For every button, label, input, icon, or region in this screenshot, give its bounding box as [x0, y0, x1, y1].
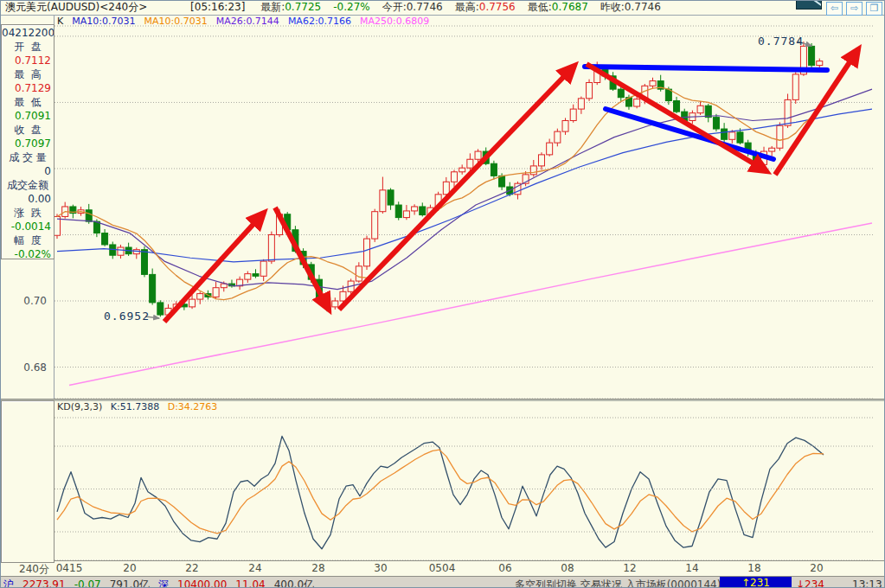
mouse-cursor-artifact — [796, 0, 822, 10]
quote-stat-value: 0 — [2, 165, 54, 177]
price-axis-label: 0.68 — [2, 361, 47, 374]
quote-stat-value: -0.02% — [2, 248, 54, 259]
quote-stat-value: 0.7129 — [2, 82, 54, 94]
index-quote-item: 深 — [158, 578, 169, 588]
x-axis-label: 08 — [561, 562, 574, 574]
moving-average-lines — [57, 87, 872, 385]
kd-header: KD(9,3,3) K:51.7388 D:34.2763 — [57, 401, 217, 412]
quote-stat-value: 0.00 — [2, 193, 54, 205]
x-axis-label: 30 — [374, 562, 387, 574]
ma-legend-item: MA250:0.6809 — [360, 16, 429, 27]
quote-info-panel: 04212200 开 盘0.7112最 高0.7129最 低0.7091收 盘0… — [1, 24, 55, 259]
x-axis-label: 06 — [498, 562, 511, 574]
bar-datetime: 04212200 — [2, 27, 54, 39]
window-nav-buttons: ⇦⇨❐ — [826, 2, 882, 15]
quote-stat-value: 0.7112 — [2, 54, 54, 67]
ma-legend-item: MA26:0.7144 — [216, 16, 279, 27]
instrument-title: 澳元美元(AUDUSD)<240分> — [5, 1, 147, 13]
index-quote-item: 791.0亿 — [110, 578, 150, 588]
quote-stat: 最 高0.7129 — [2, 67, 54, 94]
kd-name: KD(9,3,3) — [57, 401, 102, 412]
index-quote-item: -0.07 — [74, 578, 101, 588]
kd-d-value: D:34.2763 — [168, 401, 218, 412]
chart-canvas[interactable] — [0, 0, 885, 588]
time-axis[interactable]: 240分 041520222428300504060812141820 — [0, 561, 885, 575]
quote-field: 昨收:0.7746 — [600, 1, 661, 13]
period-label: 240分 — [0, 562, 49, 577]
price-axis-label: 0.70 — [2, 295, 47, 307]
x-axis-label: 0504 — [429, 562, 456, 574]
quote-field: -0.27% — [333, 1, 369, 13]
quote-stat-label: 最 低 — [2, 95, 54, 110]
x-axis-label: 14 — [685, 562, 698, 574]
quote-stat-label: 涨 跌 — [2, 206, 54, 220]
kd-k-value: K:51.7388 — [111, 401, 159, 412]
quote-fields: 最新:0.7725-0.27%今开:0.7746最高:0.7756最低:0.76… — [248, 1, 661, 13]
x-axis-label: 28 — [311, 562, 324, 574]
quote-field: 今开:0.7746 — [382, 1, 443, 13]
quote-stat: 涨 跌-0.0014 — [2, 206, 54, 233]
quote-stat: 幅 度-0.02% — [2, 233, 54, 259]
forward-button[interactable]: ⇨ — [846, 2, 863, 16]
k-label: K — [57, 16, 63, 27]
quote-stat-label: 收 盘 — [2, 123, 54, 137]
ma-legend: KMA10:0.7031MA10:0.7031MA26:0.7144MA62:0… — [57, 16, 438, 27]
clock: 13:13 — [852, 578, 882, 588]
quote-stat: 收 盘0.7097 — [2, 123, 54, 150]
quote-stat-label: 成交金额 — [2, 178, 54, 193]
quote-stat-value: 0.7091 — [2, 110, 54, 122]
quote-field: 最高:0.7756 — [455, 1, 516, 13]
quote-stat: 最 低0.7091 — [2, 95, 54, 122]
quote-stat-value: 0.7097 — [2, 137, 54, 150]
candlesticks — [55, 42, 823, 316]
ma-legend-item: MA62:0.7166 — [288, 16, 351, 27]
quote-stat-label: 开 盘 — [2, 40, 54, 54]
x-axis-label: 18 — [747, 562, 760, 574]
status-menu-text[interactable]: 多空列别切换 交易状况 入市场板(0000144) — [515, 578, 721, 588]
price-gridlines — [55, 26, 874, 399]
index-quote-item: 沪 — [3, 578, 14, 588]
kd-axis-panel — [1, 400, 55, 563]
quote-stat-label: 幅 度 — [2, 233, 54, 248]
quote-stat-value: -0.0014 — [2, 220, 54, 233]
x-axis-label: 12 — [623, 562, 636, 574]
quote-stat: 成 交 量0 — [2, 150, 54, 177]
x-axis-label: 20 — [810, 562, 823, 574]
quote-stat-label: 成 交 量 — [2, 150, 54, 165]
cascade-windows-button[interactable]: ❐ — [866, 2, 882, 16]
ma-legend-item: MA10:0.7031 — [72, 16, 135, 27]
quote-time: [05:16:23] — [190, 1, 245, 13]
ma-legend-item: MA10:0.7031 — [144, 16, 207, 27]
decliners-note: ↓234 — [796, 578, 824, 588]
index-quote-item: 11.04 — [235, 578, 265, 588]
index-quote-item: 400.0亿 — [274, 578, 314, 588]
quote-stat: 开 盘0.7112 — [2, 40, 54, 67]
quote-stat: 成交金额0.00 — [2, 178, 54, 205]
x-axis-label: 22 — [185, 562, 198, 574]
index-quote-item: 10400.00 — [177, 578, 227, 588]
advancers-badge: ↑231 — [720, 577, 792, 588]
x-axis-label: 24 — [248, 562, 261, 574]
x-axis-label: 20 — [123, 562, 136, 574]
index-quotes: 沪2273.91-0.07791.0亿深10400.0011.04400.0亿 — [3, 578, 323, 588]
back-button[interactable]: ⇦ — [826, 2, 843, 16]
status-bar[interactable]: 沪2273.91-0.07791.0亿深10400.0011.04400.0亿 … — [0, 576, 885, 588]
quote-stat-label: 最 高 — [2, 67, 54, 82]
quote-field: 最低:0.7687 — [528, 1, 588, 13]
low-price-label: 0.6952 — [104, 310, 150, 323]
kd-gridlines — [55, 418, 874, 560]
x-axis-label: 0415 — [56, 562, 83, 574]
index-quote-item: 2273.91 — [22, 578, 66, 588]
quote-bar: 澳元美元(AUDUSD)<240分> [05:16:23] 最新:0.7725-… — [0, 0, 885, 16]
quote-field: 最新:0.7725 — [260, 1, 321, 13]
